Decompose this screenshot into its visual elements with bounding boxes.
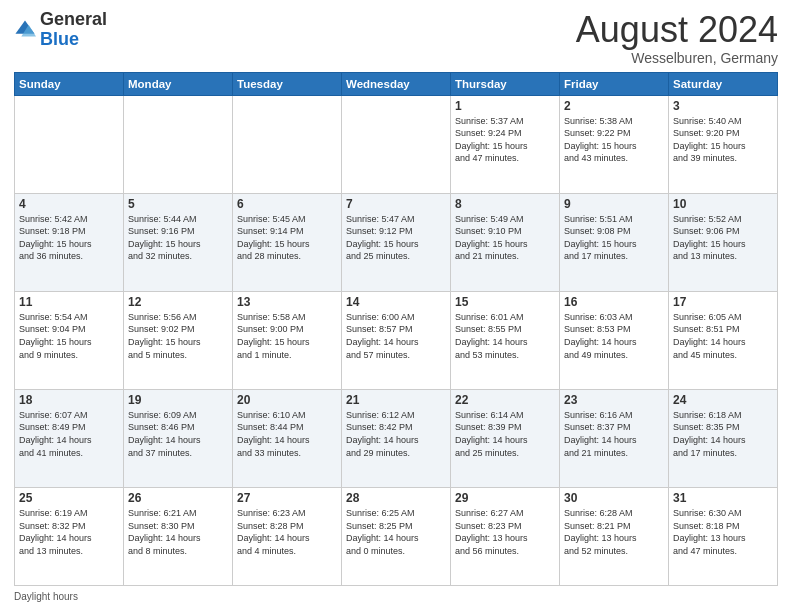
day-number: 1: [455, 99, 555, 113]
calendar-day-cell: 19Sunrise: 6:09 AM Sunset: 8:46 PM Dayli…: [124, 389, 233, 487]
calendar-day-cell: 9Sunrise: 5:51 AM Sunset: 9:08 PM Daylig…: [560, 193, 669, 291]
calendar-day-cell: 11Sunrise: 5:54 AM Sunset: 9:04 PM Dayli…: [15, 291, 124, 389]
footer: Daylight hours: [14, 591, 778, 602]
day-number: 4: [19, 197, 119, 211]
day-number: 17: [673, 295, 773, 309]
calendar-day-cell: 28Sunrise: 6:25 AM Sunset: 8:25 PM Dayli…: [342, 487, 451, 585]
calendar-day-cell: [15, 95, 124, 193]
calendar-day-cell: 15Sunrise: 6:01 AM Sunset: 8:55 PM Dayli…: [451, 291, 560, 389]
location: Wesselburen, Germany: [576, 50, 778, 66]
calendar-day-cell: 21Sunrise: 6:12 AM Sunset: 8:42 PM Dayli…: [342, 389, 451, 487]
calendar-day-cell: 20Sunrise: 6:10 AM Sunset: 8:44 PM Dayli…: [233, 389, 342, 487]
calendar-week-row: 25Sunrise: 6:19 AM Sunset: 8:32 PM Dayli…: [15, 487, 778, 585]
calendar-day-cell: 31Sunrise: 6:30 AM Sunset: 8:18 PM Dayli…: [669, 487, 778, 585]
day-number: 19: [128, 393, 228, 407]
calendar-day-cell: 18Sunrise: 6:07 AM Sunset: 8:49 PM Dayli…: [15, 389, 124, 487]
calendar-day-cell: 2Sunrise: 5:38 AM Sunset: 9:22 PM Daylig…: [560, 95, 669, 193]
calendar-day-cell: 26Sunrise: 6:21 AM Sunset: 8:30 PM Dayli…: [124, 487, 233, 585]
calendar-day-header: Monday: [124, 72, 233, 95]
day-info: Sunrise: 6:18 AM Sunset: 8:35 PM Dayligh…: [673, 409, 773, 459]
day-number: 31: [673, 491, 773, 505]
calendar-day-cell: 13Sunrise: 5:58 AM Sunset: 9:00 PM Dayli…: [233, 291, 342, 389]
calendar-day-cell: 29Sunrise: 6:27 AM Sunset: 8:23 PM Dayli…: [451, 487, 560, 585]
calendar-day-cell: 24Sunrise: 6:18 AM Sunset: 8:35 PM Dayli…: [669, 389, 778, 487]
day-info: Sunrise: 6:30 AM Sunset: 8:18 PM Dayligh…: [673, 507, 773, 557]
page: General Blue August 2024 Wesselburen, Ge…: [0, 0, 792, 612]
calendar-week-row: 18Sunrise: 6:07 AM Sunset: 8:49 PM Dayli…: [15, 389, 778, 487]
calendar-day-cell: [342, 95, 451, 193]
day-number: 16: [564, 295, 664, 309]
day-number: 27: [237, 491, 337, 505]
calendar-day-header: Sunday: [15, 72, 124, 95]
calendar-day-cell: 12Sunrise: 5:56 AM Sunset: 9:02 PM Dayli…: [124, 291, 233, 389]
day-number: 10: [673, 197, 773, 211]
calendar-day-cell: 30Sunrise: 6:28 AM Sunset: 8:21 PM Dayli…: [560, 487, 669, 585]
day-number: 13: [237, 295, 337, 309]
calendar-header-row: SundayMondayTuesdayWednesdayThursdayFrid…: [15, 72, 778, 95]
calendar-day-header: Thursday: [451, 72, 560, 95]
day-info: Sunrise: 5:56 AM Sunset: 9:02 PM Dayligh…: [128, 311, 228, 361]
day-info: Sunrise: 6:27 AM Sunset: 8:23 PM Dayligh…: [455, 507, 555, 557]
day-number: 7: [346, 197, 446, 211]
day-number: 14: [346, 295, 446, 309]
header: General Blue August 2024 Wesselburen, Ge…: [14, 10, 778, 66]
month-title: August 2024: [576, 10, 778, 50]
day-info: Sunrise: 6:12 AM Sunset: 8:42 PM Dayligh…: [346, 409, 446, 459]
day-info: Sunrise: 5:47 AM Sunset: 9:12 PM Dayligh…: [346, 213, 446, 263]
day-number: 5: [128, 197, 228, 211]
day-info: Sunrise: 6:16 AM Sunset: 8:37 PM Dayligh…: [564, 409, 664, 459]
calendar-day-cell: [124, 95, 233, 193]
calendar-day-cell: 3Sunrise: 5:40 AM Sunset: 9:20 PM Daylig…: [669, 95, 778, 193]
day-info: Sunrise: 5:54 AM Sunset: 9:04 PM Dayligh…: [19, 311, 119, 361]
day-info: Sunrise: 6:01 AM Sunset: 8:55 PM Dayligh…: [455, 311, 555, 361]
day-number: 8: [455, 197, 555, 211]
day-info: Sunrise: 5:44 AM Sunset: 9:16 PM Dayligh…: [128, 213, 228, 263]
day-number: 22: [455, 393, 555, 407]
calendar-day-cell: 4Sunrise: 5:42 AM Sunset: 9:18 PM Daylig…: [15, 193, 124, 291]
day-number: 18: [19, 393, 119, 407]
day-info: Sunrise: 6:28 AM Sunset: 8:21 PM Dayligh…: [564, 507, 664, 557]
day-number: 6: [237, 197, 337, 211]
day-number: 23: [564, 393, 664, 407]
day-number: 20: [237, 393, 337, 407]
day-info: Sunrise: 6:00 AM Sunset: 8:57 PM Dayligh…: [346, 311, 446, 361]
calendar-day-cell: [233, 95, 342, 193]
calendar-day-cell: 14Sunrise: 6:00 AM Sunset: 8:57 PM Dayli…: [342, 291, 451, 389]
calendar-day-cell: 22Sunrise: 6:14 AM Sunset: 8:39 PM Dayli…: [451, 389, 560, 487]
day-number: 9: [564, 197, 664, 211]
day-number: 28: [346, 491, 446, 505]
day-number: 12: [128, 295, 228, 309]
logo-blue: Blue: [40, 29, 79, 49]
day-info: Sunrise: 6:07 AM Sunset: 8:49 PM Dayligh…: [19, 409, 119, 459]
day-info: Sunrise: 5:49 AM Sunset: 9:10 PM Dayligh…: [455, 213, 555, 263]
calendar-day-header: Friday: [560, 72, 669, 95]
day-info: Sunrise: 5:58 AM Sunset: 9:00 PM Dayligh…: [237, 311, 337, 361]
calendar-day-cell: 1Sunrise: 5:37 AM Sunset: 9:24 PM Daylig…: [451, 95, 560, 193]
calendar-day-header: Wednesday: [342, 72, 451, 95]
calendar-week-row: 4Sunrise: 5:42 AM Sunset: 9:18 PM Daylig…: [15, 193, 778, 291]
day-info: Sunrise: 5:51 AM Sunset: 9:08 PM Dayligh…: [564, 213, 664, 263]
calendar-day-header: Saturday: [669, 72, 778, 95]
day-info: Sunrise: 6:25 AM Sunset: 8:25 PM Dayligh…: [346, 507, 446, 557]
day-info: Sunrise: 5:37 AM Sunset: 9:24 PM Dayligh…: [455, 115, 555, 165]
day-info: Sunrise: 6:23 AM Sunset: 8:28 PM Dayligh…: [237, 507, 337, 557]
day-number: 21: [346, 393, 446, 407]
day-info: Sunrise: 5:40 AM Sunset: 9:20 PM Dayligh…: [673, 115, 773, 165]
day-info: Sunrise: 6:03 AM Sunset: 8:53 PM Dayligh…: [564, 311, 664, 361]
calendar-day-cell: 6Sunrise: 5:45 AM Sunset: 9:14 PM Daylig…: [233, 193, 342, 291]
calendar-day-cell: 7Sunrise: 5:47 AM Sunset: 9:12 PM Daylig…: [342, 193, 451, 291]
day-info: Sunrise: 6:14 AM Sunset: 8:39 PM Dayligh…: [455, 409, 555, 459]
day-info: Sunrise: 6:21 AM Sunset: 8:30 PM Dayligh…: [128, 507, 228, 557]
calendar: SundayMondayTuesdayWednesdayThursdayFrid…: [14, 72, 778, 586]
calendar-day-cell: 8Sunrise: 5:49 AM Sunset: 9:10 PM Daylig…: [451, 193, 560, 291]
day-info: Sunrise: 5:42 AM Sunset: 9:18 PM Dayligh…: [19, 213, 119, 263]
day-info: Sunrise: 6:05 AM Sunset: 8:51 PM Dayligh…: [673, 311, 773, 361]
logo-text: General Blue: [40, 10, 107, 50]
daylight-label: Daylight hours: [14, 591, 78, 602]
calendar-week-row: 11Sunrise: 5:54 AM Sunset: 9:04 PM Dayli…: [15, 291, 778, 389]
day-number: 30: [564, 491, 664, 505]
day-number: 25: [19, 491, 119, 505]
day-number: 11: [19, 295, 119, 309]
calendar-day-cell: 16Sunrise: 6:03 AM Sunset: 8:53 PM Dayli…: [560, 291, 669, 389]
day-info: Sunrise: 5:52 AM Sunset: 9:06 PM Dayligh…: [673, 213, 773, 263]
